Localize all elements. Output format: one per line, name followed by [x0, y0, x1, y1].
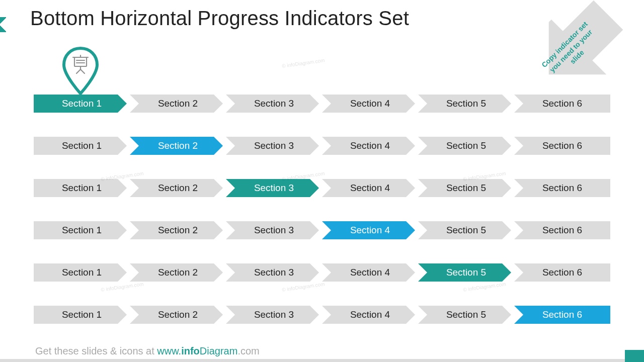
progress-cell: Section 3: [226, 95, 322, 113]
progress-cell: Section 6: [514, 137, 610, 155]
progress-cell: Section 6: [514, 306, 610, 324]
bottom-bar: [0, 359, 644, 362]
progress-cell: Section 5: [418, 263, 514, 282]
progress-cell: Section 4: [322, 95, 418, 113]
footer-brand-bold: info: [181, 345, 200, 356]
location-pin-icon: [61, 46, 100, 96]
progress-cell: Section 2: [130, 263, 226, 282]
progress-row: Section 1Section 2Section 3Section 4Sect…: [34, 95, 610, 113]
watermark: © infoDiagram.com: [282, 57, 325, 69]
slide-title: Bottom Horizontal Progress Indicators Se…: [30, 7, 409, 30]
progress-cell: Section 2: [130, 95, 226, 113]
progress-cell: Section 6: [514, 221, 610, 239]
progress-cell: Section 3: [226, 179, 322, 197]
progress-cell: Section 2: [130, 306, 226, 324]
progress-cell: Section 2: [130, 137, 226, 155]
progress-cell: Section 6: [514, 263, 610, 282]
footer-credit: Get these slides & icons at www.infoDiag…: [35, 345, 260, 357]
progress-rows-container: Section 1Section 2Section 3Section 4Sect…: [34, 95, 610, 348]
progress-cell: Section 1: [34, 179, 130, 197]
progress-row: Section 1Section 2Section 3Section 4Sect…: [34, 221, 610, 239]
progress-cell: Section 5: [418, 95, 514, 113]
progress-row: Section 1Section 2Section 3Section 4Sect…: [34, 137, 610, 155]
progress-cell: Section 3: [226, 137, 322, 155]
progress-cell: Section 5: [418, 137, 514, 155]
footer-url-www: www.: [157, 345, 181, 356]
progress-cell: Section 1: [34, 221, 130, 239]
progress-cell: Section 1: [34, 306, 130, 324]
progress-cell: Section 5: [418, 221, 514, 239]
progress-cell: Section 5: [418, 306, 514, 324]
footer-brand-rest: Diagram: [200, 345, 238, 356]
progress-cell: Section 3: [226, 306, 322, 324]
footer-prefix: Get these slides & icons at: [35, 345, 157, 356]
progress-cell: Section 4: [322, 179, 418, 197]
progress-row: Section 1Section 2Section 3Section 4Sect…: [34, 179, 610, 197]
progress-cell: Section 1: [34, 137, 130, 155]
progress-cell: Section 4: [322, 306, 418, 324]
hint-text: Copy indicator set you need to your slid…: [538, 19, 603, 83]
progress-cell: Section 6: [514, 179, 610, 197]
progress-cell: Section 3: [226, 263, 322, 282]
left-accent-notch: [0, 17, 6, 32]
progress-row: Section 1Section 2Section 3Section 4Sect…: [34, 263, 610, 282]
progress-cell: Section 4: [322, 263, 418, 282]
progress-cell: Section 6: [514, 95, 610, 113]
progress-cell: Section 5: [418, 179, 514, 197]
progress-cell: Section 2: [130, 179, 226, 197]
progress-cell: Section 1: [34, 95, 130, 113]
progress-cell: Section 2: [130, 221, 226, 239]
progress-row: Section 1Section 2Section 3Section 4Sect…: [34, 306, 610, 324]
progress-cell: Section 3: [226, 221, 322, 239]
footer-tld: .com: [237, 345, 259, 356]
progress-cell: Section 4: [322, 137, 418, 155]
progress-cell: Section 1: [34, 263, 130, 282]
progress-cell: Section 4: [322, 221, 418, 239]
